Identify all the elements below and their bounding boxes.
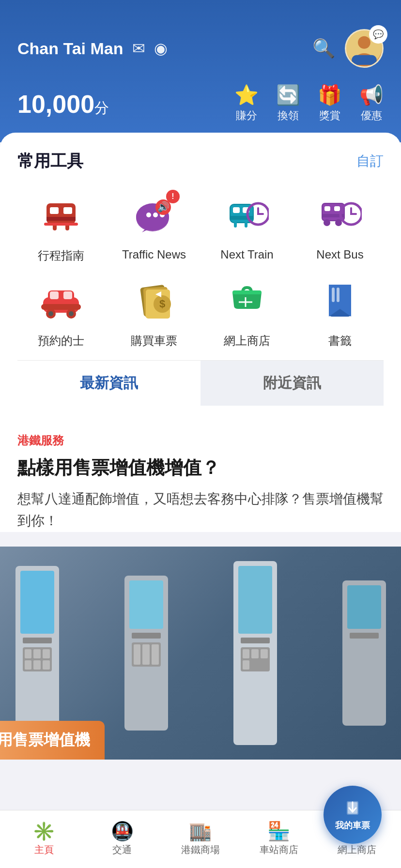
action-offer[interactable]: 📢 優惠 [359,85,384,123]
machine-btn [25,649,32,658]
machine-btn [134,644,141,665]
ticket-machine-4 [342,580,386,726]
action-reward[interactable]: 🎁 獎賞 [318,85,342,123]
nav-home[interactable]: ✳️ 主頁 [5,822,83,856]
earn-label: 賺分 [236,108,257,123]
tools-title: 常用工具 [17,150,83,172]
svg-rect-6 [63,207,72,214]
mtr-mall-icon: 🏬 [189,822,212,840]
tool-traffic-news[interactable]: 🔊 ! Traffic News [110,190,198,263]
news-image[interactable]: 用售票增值機 [0,547,401,760]
news-section: 港鐵服務 點樣用售票增值機增值？ 想幫八達通配飾增值，又唔想去客務中心排隊？售票… [0,415,401,532]
next-bus-icon-wrap [314,190,366,241]
reward-label: 獎賞 [319,108,340,123]
tools-grid: 行程指南 🔊 ! Traffic News [17,190,384,349]
points-unit: 分 [94,100,109,116]
online-shop-label: 網上商店 [338,843,376,856]
tool-buy-ticket[interactable]: $ 購買車票 [110,275,198,349]
mail-icon[interactable]: ✉ [132,39,145,58]
machine-btn [33,660,41,670]
reward-icon: 🎁 [318,85,342,105]
redeem-icon: 🔄 [276,85,300,105]
news-overlay-text: 用售票增值機 [0,731,90,748]
transport-label: 交通 [112,843,132,856]
machine-slot-2 [132,633,161,639]
svg-point-30 [324,219,330,226]
header-actions: ⭐ 賺分 🔄 換領 🎁 獎賞 📢 優惠 [234,85,384,123]
svg-text:🔊: 🔊 [157,201,170,213]
customize-button[interactable]: 自訂 [356,152,384,170]
tools-header: 常用工具 自訂 [17,150,384,172]
machine-buttons-3 [241,647,270,671]
action-earn[interactable]: ⭐ 賺分 [234,85,259,123]
machine-slot [23,638,52,643]
machine-screen-3 [238,566,272,634]
svg-point-14 [153,213,158,217]
svg-rect-23 [234,222,237,228]
tool-taxi[interactable]: 預約的士 [17,275,105,349]
machine-btn [142,644,150,665]
tool-next-bus[interactable]: Next Bus [296,190,384,263]
svg-rect-53 [337,288,339,302]
points-value: 10,000分 [17,90,109,118]
next-bus-icon [318,194,362,237]
avatar-wrapper[interactable]: 💬 [345,29,384,68]
taxi-label: 預約的士 [38,333,84,349]
chat-badge: 💬 [369,25,387,44]
tab-latest[interactable]: 最新資訊 [17,361,200,406]
svg-rect-10 [44,223,78,226]
bookmark-label: 書籤 [328,333,352,349]
fab-my-ticket[interactable]: 我的車票 [324,786,382,844]
svg-rect-5 [50,207,59,214]
station-shop-label: 車站商店 [260,843,298,856]
news-tag: 港鐵服務 [17,433,384,448]
svg-point-1 [358,36,370,49]
tool-journey[interactable]: 行程指南 [17,190,105,263]
bookmark-icon-wrap [314,275,366,326]
machine-buttons [23,647,52,671]
next-train-icon-wrap [221,190,273,241]
search-icon[interactable]: 🔍 [312,38,335,59]
next-train-icon [225,194,269,237]
tab-nearby[interactable]: 附近資訊 [200,361,384,406]
transport-icon: 🚇 [111,822,134,840]
news-title: 點樣用售票增值機增值？ [17,456,384,480]
header-top: Chan Tai Man ✉ ◉ 🔍 [17,29,384,68]
machine-btn [43,649,50,658]
machine-btn [261,649,268,658]
offer-label: 優惠 [361,108,382,123]
journey-icon [39,194,83,237]
svg-rect-24 [245,222,247,228]
svg-rect-36 [63,291,72,299]
machine-btn [152,644,159,665]
home-label: 主頁 [34,843,54,856]
news-desc: 想幫八達通配飾增值，又唔想去客務中心排隊？售票增值機幫到你！ [17,488,384,532]
nav-transport[interactable]: 🚇 交通 [83,822,162,856]
machine-screen-2 [129,580,163,629]
svg-rect-47 [232,290,262,294]
machine-btn [243,649,250,658]
tool-next-train[interactable]: Next Train [203,190,291,263]
home-icon: ✳️ [32,822,55,840]
svg-rect-37 [41,304,81,310]
svg-rect-3 [352,55,377,65]
tool-bookmark[interactable]: 書籤 [296,275,384,349]
svg-rect-52 [332,288,335,302]
shop-icon-wrap [221,275,273,326]
tool-shop[interactable]: 網上商店 [203,275,291,349]
traffic-news-label: Traffic News [122,248,186,261]
points-display: 10,000分 [17,90,109,119]
offer-icon: 📢 [359,85,384,105]
next-bus-label: Next Bus [316,248,363,261]
action-redeem[interactable]: 🔄 換領 [276,85,300,123]
earn-icon: ⭐ [234,85,259,105]
buy-ticket-icon-wrap: $ [128,275,180,326]
user-icon[interactable]: ◉ [154,39,168,58]
nav-station-shop[interactable]: 🏪 車站商店 [240,822,318,856]
header-right: 🔍 💬 [312,29,384,68]
fab-icon [343,798,362,818]
header: Chan Tai Man ✉ ◉ 🔍 [0,0,401,142]
nav-mtr-mall[interactable]: 🏬 港鐵商場 [161,822,240,856]
taxi-icon-wrap [35,275,87,326]
machine-btn [243,660,250,670]
